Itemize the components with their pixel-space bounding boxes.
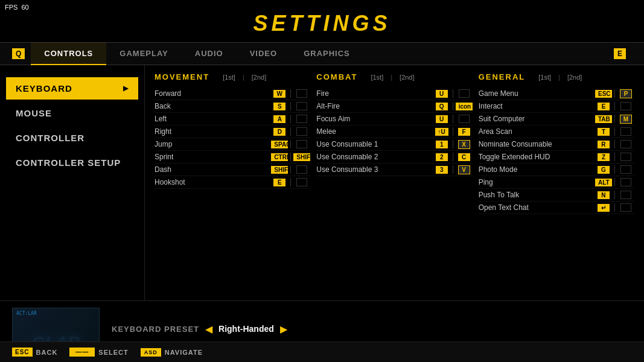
- nav-left-key[interactable]: Q: [12, 48, 25, 59]
- sidebar-item-keyboard[interactable]: KEYBOARD: [6, 77, 138, 100]
- key-slot-1[interactable]: ↵: [595, 204, 612, 212]
- table-row[interactable]: Suit Computer TAB M: [479, 113, 634, 125]
- table-row[interactable]: Alt-Fire Q icon: [316, 100, 472, 113]
- preset-prev-arrow[interactable]: ◀: [205, 323, 212, 335]
- key-slot-2[interactable]: X: [456, 140, 473, 149]
- table-row[interactable]: Forward W: [155, 87, 310, 100]
- binding-name: Open Text Chat: [479, 203, 595, 212]
- table-row[interactable]: Jump SPACE: [155, 138, 310, 151]
- key-slot-1[interactable]: N: [595, 191, 612, 199]
- key-slot-1[interactable]: U: [433, 115, 450, 123]
- key-slot-2[interactable]: [617, 203, 634, 212]
- table-row[interactable]: Use Consumable 3 3 V: [316, 164, 472, 176]
- key-slot-1[interactable]: 3: [433, 166, 450, 174]
- key-slot-2[interactable]: [293, 115, 310, 123]
- key-slot-1[interactable]: Z: [595, 153, 612, 161]
- key-slot-2[interactable]: [617, 191, 634, 199]
- key-slot-2[interactable]: [293, 89, 310, 98]
- key-slot-2[interactable]: [617, 165, 634, 174]
- table-row[interactable]: Open Text Chat ↵: [479, 202, 634, 214]
- table-row[interactable]: Hookshot E: [155, 176, 310, 189]
- key-slot-2[interactable]: [293, 127, 310, 136]
- key-slot-1[interactable]: ALT: [595, 179, 612, 186]
- combat-rows: Fire U Alt-Fire Q icon Focus Aim U Melee…: [316, 87, 472, 176]
- key-slot-1[interactable]: T: [595, 128, 612, 136]
- key-slot-1[interactable]: W: [271, 90, 288, 98]
- table-row[interactable]: Focus Aim U: [316, 113, 472, 125]
- key-slot-2[interactable]: [293, 165, 310, 174]
- key-slot-1[interactable]: SPACE: [271, 141, 288, 148]
- table-row[interactable]: Ping ALT: [479, 176, 634, 189]
- key-slot-1[interactable]: TAB: [595, 115, 612, 123]
- table-row[interactable]: Fire U: [316, 87, 472, 100]
- table-row[interactable]: Game Menu ESC P: [479, 87, 634, 100]
- sidebar-item-controller-setup[interactable]: CONTROLLER SETUP: [6, 151, 138, 174]
- table-row[interactable]: Area Scan T: [479, 125, 634, 138]
- table-row[interactable]: Photo Mode G: [479, 164, 634, 176]
- key-slot-2[interactable]: P: [617, 89, 634, 98]
- key-slot-2[interactable]: [456, 115, 473, 123]
- table-row[interactable]: Nominate Consumable R: [479, 138, 634, 151]
- navigate-key[interactable]: ASD: [141, 348, 161, 357]
- key-slot-1[interactable]: ESC: [595, 90, 612, 98]
- key-slot-2[interactable]: [617, 140, 634, 148]
- select-key[interactable]: ——: [69, 348, 95, 357]
- key-slot-1[interactable]: Q: [433, 103, 450, 110]
- key-slot-1[interactable]: A: [271, 115, 288, 123]
- key-slot-2[interactable]: [293, 140, 310, 148]
- table-row[interactable]: Dash SHIFT: [155, 164, 310, 176]
- key-slot-1[interactable]: E: [595, 103, 612, 110]
- binding-name: Suit Computer: [479, 115, 595, 123]
- sidebar-item-mouse[interactable]: MOUSE: [6, 102, 138, 124]
- general-column: GENERAL [1st] | [2nd] Game Menu ESC P In…: [479, 72, 634, 293]
- key-slot-2[interactable]: [617, 102, 634, 110]
- key-slot-1[interactable]: D: [271, 128, 288, 136]
- table-row[interactable]: Right D: [155, 125, 310, 138]
- sidebar-item-controller[interactable]: CONTROLLER: [6, 127, 138, 149]
- binding-name: Ping: [479, 178, 595, 186]
- key-slot-2[interactable]: F: [456, 128, 473, 136]
- key-slot-1[interactable]: 1: [433, 141, 450, 148]
- key-slot-1[interactable]: CTRL: [271, 153, 288, 161]
- key-slot-2[interactable]: SHIFT: [293, 153, 310, 161]
- key-slot-1[interactable]: ↑U: [433, 128, 450, 136]
- key-slot-2[interactable]: [293, 102, 310, 110]
- tab-controls[interactable]: CONTROLS: [31, 42, 106, 65]
- tab-video[interactable]: VIDEO: [237, 42, 290, 65]
- preset-next-arrow[interactable]: ▶: [280, 323, 287, 335]
- table-row[interactable]: Left A: [155, 113, 310, 125]
- key-slot-2[interactable]: M: [617, 115, 634, 124]
- key-slot-2[interactable]: [617, 178, 634, 186]
- key-slot-1[interactable]: 2: [433, 153, 450, 161]
- key-slot-1[interactable]: SHIFT: [271, 166, 288, 174]
- table-row[interactable]: Melee ↑U F: [316, 125, 472, 138]
- key-slot-1[interactable]: E: [271, 179, 288, 186]
- table-row[interactable]: Interact E: [479, 100, 634, 113]
- key-slot-1[interactable]: G: [595, 166, 612, 174]
- nav-right-key[interactable]: E: [614, 48, 626, 59]
- key-slot-2[interactable]: icon: [456, 103, 473, 110]
- movement-slot1: [1st]: [219, 74, 239, 81]
- table-row[interactable]: Toggle Extended HUD Z: [479, 151, 634, 164]
- key-slot-2[interactable]: [456, 89, 473, 98]
- table-row[interactable]: Sprint CTRL SHIFT: [155, 151, 310, 164]
- binding-name: Toggle Extended HUD: [479, 153, 595, 161]
- table-row[interactable]: Use Consumable 2 2 C: [316, 151, 472, 164]
- key-slot-1[interactable]: R: [595, 141, 612, 148]
- back-key[interactable]: ESC: [12, 348, 33, 357]
- key-slot-2[interactable]: V: [456, 165, 473, 174]
- key-slot-1[interactable]: U: [433, 90, 450, 98]
- tab-graphics[interactable]: GRAPHICS: [290, 42, 363, 65]
- table-row[interactable]: Push To Talk N: [479, 189, 634, 202]
- key-slot-2[interactable]: [617, 127, 634, 136]
- key-slot-1[interactable]: S: [271, 103, 288, 110]
- key-slot-2[interactable]: [617, 153, 634, 161]
- key-slot-2[interactable]: C: [456, 153, 473, 161]
- binding-name: Use Consumable 1: [316, 140, 433, 148]
- binding-name: Use Consumable 3: [316, 165, 433, 174]
- table-row[interactable]: Use Consumable 1 1 X: [316, 138, 472, 151]
- table-row[interactable]: Back S: [155, 100, 310, 113]
- tab-audio[interactable]: AUDIO: [182, 42, 237, 65]
- key-slot-2[interactable]: [293, 178, 310, 186]
- tab-gameplay[interactable]: GAMEPLAY: [106, 42, 181, 65]
